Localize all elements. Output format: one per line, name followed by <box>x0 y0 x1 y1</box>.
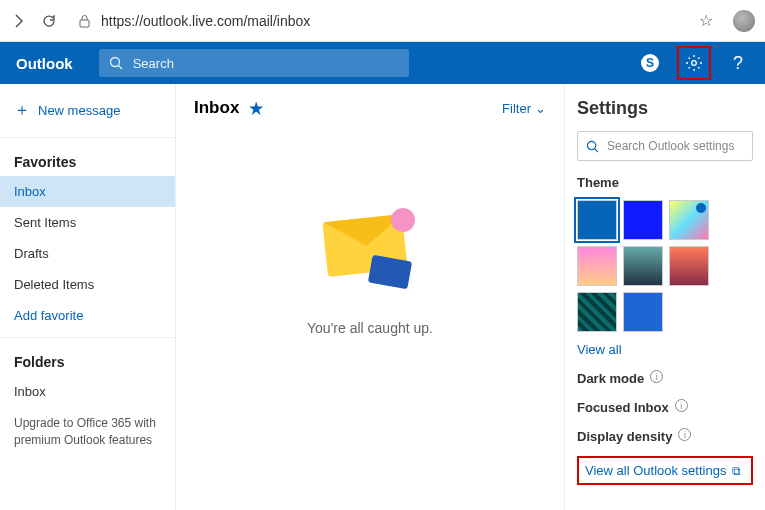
settings-panel: Settings Search Outlook settings Theme V… <box>565 84 765 510</box>
display-density-row[interactable]: Display density i <box>577 425 753 444</box>
empty-message: You're all caught up. <box>307 320 433 336</box>
svg-point-3 <box>692 61 697 66</box>
theme-swatch[interactable] <box>577 246 617 286</box>
plus-icon: ＋ <box>14 100 30 121</box>
theme-swatch[interactable] <box>577 292 617 332</box>
filter-button[interactable]: Filter ⌄ <box>502 101 546 116</box>
search-placeholder: Search <box>133 56 174 71</box>
search-box[interactable]: Search <box>99 49 409 77</box>
theme-swatch[interactable] <box>577 200 617 240</box>
info-icon[interactable]: i <box>675 399 688 412</box>
inbox-title: Inbox ★ <box>194 98 263 118</box>
focused-inbox-row[interactable]: Focused Inbox i <box>577 396 753 415</box>
theme-swatch[interactable] <box>623 246 663 286</box>
sidebar: ＋ New message Favorites Inbox Sent Items… <box>0 84 176 510</box>
browser-toolbar: https://outlook.live.com/mail/inbox ☆ <box>0 0 765 42</box>
chevron-down-icon: ⌄ <box>535 101 546 116</box>
svg-point-1 <box>110 58 119 67</box>
theme-swatch[interactable] <box>623 292 663 332</box>
sidebar-item-sent[interactable]: Sent Items <box>0 207 175 238</box>
url-text: https://outlook.live.com/mail/inbox <box>101 13 689 29</box>
upgrade-promo[interactable]: Upgrade to Office 365 with premium Outlo… <box>0 407 175 457</box>
favorites-header: Favorites <box>0 144 175 176</box>
forward-icon[interactable] <box>10 12 28 30</box>
theme-swatch[interactable] <box>669 200 709 240</box>
view-all-settings-link[interactable]: View all Outlook settings ⧉ <box>577 456 753 485</box>
settings-gear-icon[interactable] <box>677 46 711 80</box>
skype-icon[interactable]: S <box>633 46 667 80</box>
lock-icon <box>78 14 91 28</box>
app-header: Outlook Search S ? <box>0 42 765 84</box>
view-all-themes-link[interactable]: View all <box>577 342 753 357</box>
inbox-pane: Inbox ★ Filter ⌄ You're all caught up. <box>176 84 565 510</box>
settings-search[interactable]: Search Outlook settings <box>577 131 753 161</box>
address-bar[interactable]: https://outlook.live.com/mail/inbox ☆ <box>70 6 721 36</box>
sidebar-folder-inbox[interactable]: Inbox <box>0 376 175 407</box>
search-icon <box>109 56 123 70</box>
info-icon[interactable]: i <box>678 428 691 441</box>
profile-avatar[interactable] <box>733 10 755 32</box>
theme-swatch[interactable] <box>669 246 709 286</box>
svg-point-4 <box>587 141 595 149</box>
settings-search-placeholder: Search Outlook settings <box>607 139 734 153</box>
theme-grid <box>577 200 753 332</box>
brand[interactable]: Outlook <box>10 55 79 72</box>
svg-line-5 <box>595 148 598 151</box>
empty-state: You're all caught up. <box>194 208 546 336</box>
favorite-star-icon[interactable]: ☆ <box>699 11 713 30</box>
settings-title: Settings <box>577 98 753 119</box>
sidebar-item-inbox[interactable]: Inbox <box>0 176 175 207</box>
new-message-button[interactable]: ＋ New message <box>0 90 175 131</box>
sidebar-item-drafts[interactable]: Drafts <box>0 238 175 269</box>
sidebar-item-deleted[interactable]: Deleted Items <box>0 269 175 300</box>
star-icon[interactable]: ★ <box>249 99 263 118</box>
svg-line-2 <box>118 66 122 70</box>
new-message-label: New message <box>38 103 120 118</box>
info-icon[interactable]: i <box>650 370 663 383</box>
theme-swatch[interactable] <box>623 200 663 240</box>
help-icon[interactable]: ? <box>721 46 755 80</box>
search-icon <box>586 140 599 153</box>
theme-label: Theme <box>577 175 753 190</box>
add-favorite-link[interactable]: Add favorite <box>0 300 175 331</box>
refresh-icon[interactable] <box>40 12 58 30</box>
folders-header: Folders <box>0 344 175 376</box>
popout-icon: ⧉ <box>732 464 741 478</box>
dark-mode-row[interactable]: Dark mode i <box>577 367 753 386</box>
empty-illustration <box>315 208 425 298</box>
svg-rect-0 <box>80 20 89 27</box>
